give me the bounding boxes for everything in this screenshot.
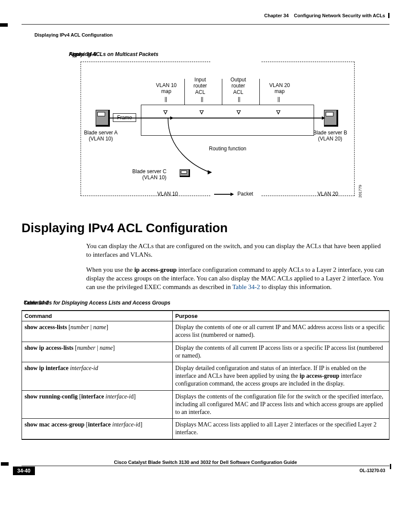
blade-a-label: Blade server A (VLAN 10) bbox=[84, 130, 118, 142]
page-number-badge: 34-40 bbox=[13, 467, 35, 475]
cmd: number bbox=[77, 345, 96, 351]
stub2 bbox=[201, 97, 202, 102]
table-row: show ip interface interface-id Display d… bbox=[22, 362, 389, 391]
p2-text-a: When you use the bbox=[86, 266, 134, 273]
arrow2 bbox=[199, 110, 204, 115]
figure-image-id: 201779 bbox=[358, 185, 362, 198]
section-heading: Displaying IPv4 ACL Configuration bbox=[22, 221, 389, 235]
chapter-number: Chapter 34 bbox=[264, 13, 289, 18]
table-caption: Table 34-2 Commands for Displaying Acces… bbox=[24, 300, 389, 306]
table-label: Table 34-2 bbox=[24, 300, 49, 306]
purpose-cell: Displays the contents of the configurati… bbox=[172, 390, 389, 419]
cmd: d] bbox=[137, 421, 143, 428]
cmd-cell: show running-config [interface interface… bbox=[22, 390, 173, 419]
cmd: show mac access-group bbox=[25, 421, 86, 428]
cmd: name bbox=[93, 324, 106, 330]
cmd-cell: show mac access-group [interface interfa… bbox=[22, 419, 173, 439]
header-section-name: Displaying IPv4 ACL Configuration bbox=[34, 32, 113, 37]
purpose-cell: Display the contents of one or all curre… bbox=[172, 321, 389, 342]
sep2 bbox=[222, 79, 222, 105]
chapter-title: Configuring Network Security with ACLs bbox=[294, 13, 385, 18]
cmd: | bbox=[89, 324, 93, 330]
cmd: ] bbox=[106, 324, 108, 330]
input-acl-label: Input router ACL bbox=[193, 77, 207, 95]
blade-c-label: Blade server C (VLAN 10) bbox=[132, 168, 166, 181]
col-header-purpose: Purpose bbox=[172, 311, 389, 321]
commands-table: Command Purpose show access-lists [numbe… bbox=[22, 310, 389, 439]
purpose-cmd: ip access-group bbox=[300, 373, 339, 379]
col-header-command: Command bbox=[22, 311, 173, 321]
server-icon-a bbox=[96, 110, 110, 127]
cmd: show running-config bbox=[25, 393, 79, 400]
server-icon-b bbox=[324, 110, 338, 127]
purpose-cell: Display the contents of all current IP a… bbox=[172, 342, 389, 362]
cmd: interface bbox=[88, 421, 112, 428]
cmd: interface-id bbox=[70, 365, 98, 371]
body-paragraph-1: You can display the ACLs that are config… bbox=[86, 242, 385, 259]
vlan10-map-label: VLAN 10 map bbox=[156, 82, 177, 95]
cmd: interface-i bbox=[106, 393, 131, 400]
table-header-row: Command Purpose bbox=[22, 311, 389, 321]
cmd: interface-i bbox=[112, 421, 137, 428]
footer-book-title: Cisco Catalyst Blade Switch 3130 and 303… bbox=[22, 460, 389, 465]
blade-b-label: Blade server B (VLAN 20) bbox=[313, 130, 347, 142]
packet-label: Packet bbox=[237, 191, 253, 197]
table-ref-link[interactable]: Table 34-2 bbox=[232, 283, 260, 290]
purpose-cell: Displays MAC access lists applied to all… bbox=[172, 419, 389, 439]
purpose-cell: Display detailed configuration and statu… bbox=[172, 362, 389, 391]
footer-rule bbox=[22, 466, 389, 466]
cmd-cell: show ip access-lists [number | name] bbox=[22, 342, 173, 362]
p2-text-e: to display this information. bbox=[260, 283, 332, 290]
cmd-cell: show access-lists [number | name] bbox=[22, 321, 173, 342]
figure-label: Figure 34-8 bbox=[69, 51, 97, 57]
pkt-arrow2 bbox=[322, 116, 325, 120]
p2-cmd: ip access-group bbox=[134, 266, 177, 273]
header-bar bbox=[0, 23, 8, 27]
table-row: show access-lists [number | name] Displa… bbox=[22, 321, 389, 342]
footer-bar bbox=[1, 462, 9, 466]
stub4 bbox=[278, 97, 278, 102]
cmd: ] bbox=[113, 345, 115, 351]
stub3 bbox=[238, 97, 239, 102]
vlan20-label: VLAN 20 bbox=[318, 191, 338, 197]
output-acl-label: Output router ACL bbox=[230, 77, 246, 95]
legend-line bbox=[214, 194, 231, 195]
vlan20-map-label: VLAN 20 map bbox=[269, 82, 290, 95]
stub1 bbox=[165, 97, 165, 102]
cmd: show access-lists bbox=[25, 324, 68, 330]
footer-tick bbox=[390, 464, 391, 469]
figure-caption: Figure 34-8 Applying ACLs on Multicast P… bbox=[69, 51, 389, 57]
legend-arrow bbox=[230, 193, 234, 196]
cmd-cell: show ip interface interface-id bbox=[22, 362, 173, 391]
arrow4 bbox=[276, 110, 280, 115]
cmd: number bbox=[71, 324, 89, 330]
svg-marker-0 bbox=[208, 170, 212, 174]
arrow1 bbox=[163, 110, 168, 115]
cmd: name bbox=[100, 345, 112, 351]
cmd: show ip access-lists bbox=[25, 345, 75, 351]
page-footer: Cisco Catalyst Blade Switch 3130 and 303… bbox=[22, 466, 389, 483]
cmd: interface bbox=[81, 393, 105, 400]
cmd: d] bbox=[131, 393, 136, 400]
cmd: | bbox=[96, 345, 100, 351]
body-paragraph-2: When you use the ip access-group interfa… bbox=[86, 265, 385, 292]
branch-curve bbox=[167, 118, 218, 174]
sep3 bbox=[259, 79, 260, 105]
page-header: Chapter 34 Configuring Network Security … bbox=[22, 13, 389, 22]
sep1 bbox=[184, 79, 185, 105]
figure-diagram: VLAN 10 map Input router ACL Output rout… bbox=[55, 62, 356, 208]
table-row: show mac access-group [interface interfa… bbox=[22, 419, 389, 439]
arrow3 bbox=[237, 110, 241, 115]
table-row: show ip access-lists [number | name] Dis… bbox=[22, 342, 389, 362]
cmd: show ip interface bbox=[25, 365, 70, 371]
vlan10-label: VLAN 10 bbox=[157, 191, 178, 197]
table-row: show running-config [interface interface… bbox=[22, 390, 389, 419]
document-id: OL-13270-03 bbox=[360, 468, 385, 473]
